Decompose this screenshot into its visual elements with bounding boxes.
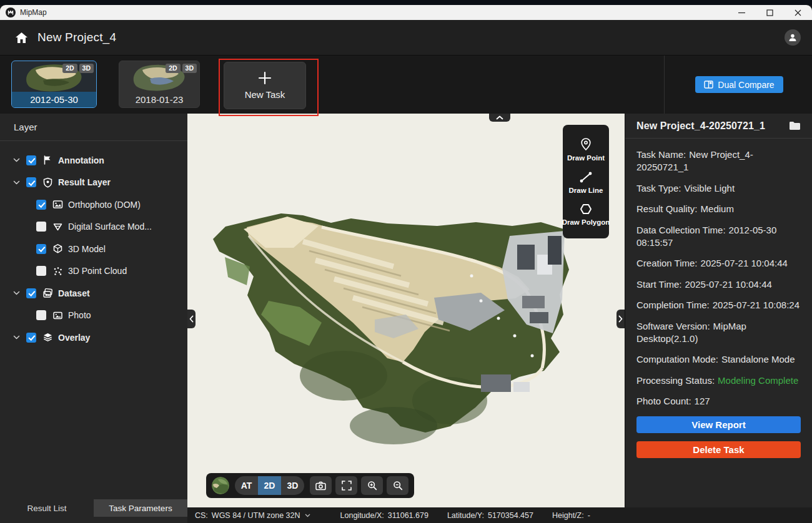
detail-processing-status: Processing Status:Modeling Complete — [636, 374, 801, 387]
chevron-down-icon[interactable] — [12, 178, 21, 187]
mode-3d-button[interactable]: 3D — [281, 476, 304, 495]
layer-tree: Annotation Result Layer Orthophoto (DOM)… — [0, 141, 187, 349]
layer-sidebar: Layer Annotation Result Layer Orthophoto… — [0, 114, 187, 523]
checkbox-checked[interactable] — [26, 288, 36, 298]
dual-compare-button[interactable]: Dual Compare — [695, 76, 783, 93]
status-bar: CS: WGS 84 / UTM zone 32N Longitude/X:31… — [187, 507, 812, 523]
coordinate-system-dropdown[interactable]: CS: WGS 84 / UTM zone 32N — [195, 511, 310, 520]
home-icon[interactable] — [15, 32, 28, 44]
latitude-readout: Latitude/Y:5170354.457 — [447, 511, 533, 520]
checkbox-checked[interactable] — [26, 333, 36, 343]
task-details-rows: Task Name:New Project_4-20250721_1 Task … — [625, 139, 812, 408]
layers-icon — [42, 332, 53, 343]
chevron-down-icon — [305, 514, 310, 517]
task-date: 2012-05-30 — [12, 92, 96, 107]
close-button[interactable] — [784, 5, 812, 20]
checkbox-unchecked[interactable] — [36, 222, 46, 232]
detail-software-version: Software Version:MipMap Desktop(2.1.0) — [636, 320, 801, 345]
flag-icon — [42, 155, 53, 165]
orthophoto-layer — [187, 114, 625, 507]
tree-item-photo[interactable]: Photo — [0, 305, 187, 327]
task-thumbnail-bar: 2D 3D 2012-05-30 2D 3D 2018-01-23 — [0, 55, 812, 114]
mipmap-logo-icon — [6, 7, 16, 17]
mode-at-button[interactable]: AT — [235, 476, 258, 495]
taskbar-divider — [664, 56, 665, 114]
collapse-right-handle[interactable] — [616, 310, 625, 328]
collapse-left-handle[interactable] — [187, 310, 196, 328]
tree-item-3d-model[interactable]: 3D Model — [0, 238, 187, 260]
image-icon — [52, 199, 63, 210]
dsm-triangle-icon — [52, 222, 63, 232]
detail-task-name: Task Name:New Project_4-20250721_1 — [636, 149, 801, 174]
checkbox-checked[interactable] — [36, 200, 46, 210]
tree-item-result-layer[interactable]: Result Layer — [0, 172, 187, 194]
checkbox-unchecked[interactable] — [36, 266, 46, 276]
delete-task-button[interactable]: Delete Task — [636, 441, 801, 458]
draw-point-tool[interactable]: Draw Point — [567, 137, 605, 162]
folder-icon[interactable] — [789, 121, 801, 130]
badge-3d: 3D — [79, 64, 94, 73]
new-task-button[interactable]: New Task — [224, 62, 306, 109]
task-details-panel: New Project_4-20250721_1 Task Name:New P… — [625, 114, 812, 523]
maximize-button[interactable] — [756, 5, 784, 20]
badge-3d: 3D — [182, 64, 197, 73]
draw-tools-panel: Draw Point Draw Line Draw Polygon — [563, 125, 609, 238]
split-view-icon — [704, 81, 713, 89]
minimize-button[interactable] — [728, 5, 756, 20]
draw-polygon-tool[interactable]: Draw Polygon — [562, 203, 610, 226]
task-thumbnail: 2D 3D — [12, 61, 96, 92]
chevron-down-icon[interactable] — [12, 156, 21, 164]
view-mode-switch: AT 2D 3D — [235, 476, 304, 495]
tree-item-dataset[interactable]: Dataset — [0, 282, 187, 305]
mode-2d-button[interactable]: 2D — [258, 476, 281, 495]
photo-icon — [52, 310, 63, 321]
zoom-out-icon[interactable] — [387, 476, 408, 495]
collapse-panel-handle[interactable] — [489, 114, 510, 122]
window-title: MipMap — [20, 8, 47, 17]
detail-start-time: Start Time:2025-07-21 10:04:44 — [636, 278, 801, 291]
view-report-button[interactable]: View Report — [636, 416, 801, 433]
tree-item-3d-point-cloud[interactable]: 3D Point Cloud — [0, 260, 187, 283]
snapshot-camera-button[interactable] — [310, 476, 332, 495]
zoom-in-icon[interactable] — [361, 476, 383, 495]
dual-compare-label: Dual Compare — [718, 80, 774, 90]
user-avatar[interactable] — [785, 29, 801, 46]
badge-icon — [42, 177, 53, 188]
line-icon — [579, 171, 593, 183]
fit-extent-button[interactable] — [335, 476, 357, 495]
dataset-icon — [42, 288, 53, 298]
detail-result-quality: Result Quality:Medium — [636, 203, 801, 215]
tree-item-annotation[interactable]: Annotation — [0, 149, 187, 172]
detail-completion-time: Completion Time:2025-07-21 10:08:24 — [636, 299, 801, 311]
task-card-2012[interactable]: 2D 3D 2012-05-30 — [11, 61, 97, 108]
draw-line-tool[interactable]: Draw Line — [569, 171, 603, 194]
checkbox-unchecked[interactable] — [36, 310, 46, 320]
tab-task-parameters[interactable]: Task Parameters — [94, 499, 187, 517]
basemap-thumbnail[interactable] — [212, 477, 229, 494]
polygon-icon — [579, 203, 593, 215]
checkbox-checked[interactable] — [36, 244, 46, 254]
task-card-2018[interactable]: 2D 3D 2018-01-23 — [119, 61, 200, 108]
sidebar-tabs: Result List Task Parameters — [0, 499, 187, 517]
chevron-down-icon[interactable] — [12, 333, 21, 341]
os-titlebar: MipMap — [0, 5, 812, 20]
checkbox-checked[interactable] — [26, 155, 36, 165]
detail-task-type: Task Type:Visible Light — [636, 182, 801, 195]
checkbox-checked[interactable] — [26, 177, 36, 187]
page-title: New Project_4 — [37, 31, 116, 44]
new-task-label: New Task — [245, 89, 285, 100]
detail-creation-time: Creation Time:2025-07-21 10:04:44 — [636, 257, 801, 270]
pin-icon — [580, 137, 592, 151]
desktop-edge — [0, 0, 812, 5]
task-thumbnail: 2D 3D — [119, 61, 199, 92]
tree-item-orthophoto[interactable]: Orthophoto (DOM) — [0, 193, 187, 216]
mipmap-window: MipMap New Project_4 — [0, 0, 812, 523]
plus-icon — [258, 71, 272, 85]
task-details-title: New Project_4-20250721_1 — [636, 120, 765, 132]
chevron-down-icon[interactable] — [12, 289, 21, 297]
map-viewport[interactable]: Draw Point Draw Line Draw Polygon AT — [187, 114, 625, 507]
badge-2d: 2D — [166, 64, 180, 73]
tree-item-overlay[interactable]: Overlay — [0, 326, 187, 349]
tab-result-list[interactable]: Result List — [0, 499, 94, 517]
tree-item-dsm[interactable]: Digital Surface Mod... — [0, 216, 187, 238]
